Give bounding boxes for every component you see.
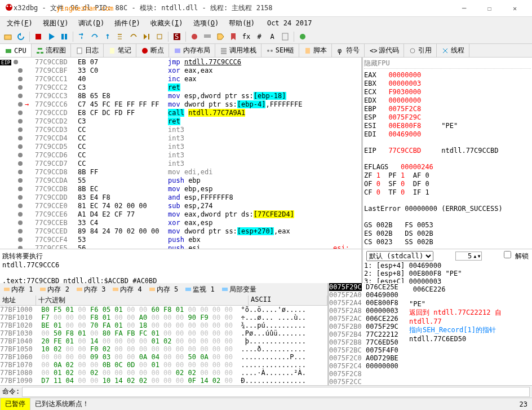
stack-panel[interactable]: 0075F29C D76CE25E0075F2A0 004690000075F2… [329,283,408,385]
dump-row[interactable]: 77BF1000 B0 F5 01 00 F6 05 01 00 00 60 F… [0,306,327,314]
stack-row[interactable]: 0075F2C8 [329,370,408,378]
tab-breakpoints[interactable]: 断点 [136,44,169,57]
disasm-row[interactable]: 77C9CCCDE8 CF DC FD FFcall ntdll.77C7A9A… [0,108,361,117]
dump-row[interactable]: 77BF1050 10 02 00 00 F0 02 00 00 00 00 0… [0,345,327,353]
fpu-toggle[interactable]: 隐藏FPU [364,59,531,69]
stack-row[interactable]: 0075F2CC [329,378,408,385]
stack-row[interactable]: 0075F2A0 00469000 [329,291,408,299]
menu-view[interactable]: 视图(V) [38,17,73,29]
disasm-row[interactable]: 77C9CCC140inc eax [0,74,361,83]
disasm-row[interactable]: 77C9CCC38B 65 E8mov esp,dword ptr ss:[eb… [0,91,361,100]
scylla-icon[interactable]: S [171,31,183,42]
callconv-select[interactable]: 默认 (stdcall) [366,251,433,261]
stack-row[interactable]: 0075F2B8 77C6ED50 [329,338,408,346]
dump-row[interactable]: 77BF1090 D7 11 04 00 00 10 14 02 02 00 0… [0,377,327,385]
trace-over-icon[interactable] [128,31,139,42]
disassembly-panel[interactable]: EIP77C9CCBDEB 07jmp ntdll.77C9CCC677C9CC… [0,58,363,249]
dump-row[interactable]: 77BF1030 00 50 F8 01 00 80 FA FB FC 01 0… [0,329,327,337]
dump-row[interactable]: 77BF1060 00 00 00 00 09 03 00 00 0A 04 0… [0,353,327,361]
comments-icon[interactable] [202,31,213,42]
tab-threads[interactable]: 线程 [437,44,469,57]
dump-hdr-hex[interactable]: 十六进制 [36,296,249,305]
dump-row[interactable]: 77BF1020 BE 01 00 00 70 FA 01 00 18 00 0… [0,321,327,329]
settings-icon[interactable] [297,31,308,42]
tab-graph[interactable]: 流程图 [32,44,71,57]
dump-hdr-addr[interactable]: 地址 [0,296,36,305]
calculator-icon[interactable] [280,31,291,42]
trace-into-icon[interactable] [115,31,126,42]
dump-tab[interactable]: 内存 3 [73,283,109,296]
unlock-checkbox[interactable]: 解锁 [504,251,529,261]
disasm-row[interactable]: 77C9CCD88B FFmov edi,edi [0,167,361,176]
tab-log[interactable]: 日志 [71,44,104,57]
stack-row[interactable]: 0075F2BC 0075F4F0 [329,346,408,354]
dump-tab[interactable]: 监视 1 [181,283,218,296]
tab-source[interactable]: <>源代码 [365,44,404,57]
stack-row[interactable]: 0075F2C4 00000000 [329,362,408,370]
strings-icon[interactable]: A [267,31,278,42]
tab-notes[interactable]: 笔记 [104,44,136,57]
command-input[interactable] [22,387,530,397]
menu-help[interactable]: 帮助(H) [224,17,259,29]
variables-icon[interactable]: # [254,31,265,42]
open-icon[interactable] [2,31,14,42]
dump-row[interactable]: 77BF1070 00 0A 02 00 00 0B 0C 0D 00 01 0… [0,361,327,369]
tab-script[interactable]: 脚本 [299,44,332,57]
disasm-row[interactable]: 77C9CCE6A1 D4 E2 CF 77mov eax,dword ptr … [0,210,361,218]
disasm-row[interactable]: 77C9CCD6CCint3 [0,151,361,159]
tab-cpu[interactable]: CPU [0,44,32,57]
run-to-icon[interactable] [141,31,152,42]
maximize-button[interactable]: ☐ [477,0,502,17]
tab-symbols[interactable]: φ符号 [332,44,365,57]
dump-tab[interactable]: 内存 1 [0,283,36,296]
tab-seh[interactable]: SEH链 [261,44,300,57]
run-icon[interactable] [46,31,57,42]
menu-plugins[interactable]: 插件(P) [110,17,145,29]
disasm-row[interactable]: 77C9CCBF33 C0xor eax,eax [0,66,361,74]
stop-icon[interactable] [33,31,44,42]
bookmarks-icon[interactable] [228,31,239,42]
disasm-row[interactable]: 77C9CCC2C3ret [0,83,361,91]
dump-row[interactable]: 77BF1080 00 01 02 00 02 00 00 00 00 00 0… [0,369,327,377]
dump-row[interactable]: 77BF1040 20 FE 01 00 14 00 00 00 00 01 0… [0,337,327,345]
functions-icon[interactable]: fx [241,31,252,42]
tab-callstack[interactable]: 调用堆栈 [215,44,261,57]
disasm-row[interactable]: →77C9CCC6C7 45 FC FE FF FF FFmov dword p… [0,100,361,108]
stack-row[interactable]: 0075F2B4 77C22212 [329,330,408,338]
labels-icon[interactable] [215,31,226,42]
disasm-row[interactable]: 77C9CCDB8B ECmov ebp,esp [0,184,361,193]
stack-row[interactable]: 0075F2B0 0075F29C [329,323,408,330]
stack-row[interactable]: 0075F2AC 006CE226 [329,315,408,323]
disasm-row[interactable]: 77C9CCF453push ebx [0,235,361,244]
disasm-row[interactable]: 77C9CCF556push esiesi: [0,244,361,249]
dump-tab[interactable]: 内存 5 [145,283,181,296]
stack-row[interactable]: 0075F2A4 00E800F8 [329,299,408,307]
dump-tab[interactable]: 内存 2 [36,283,72,296]
step-into-icon[interactable] [76,31,87,42]
disasm-row[interactable]: EIP77C9CCBDEB 07jmp ntdll.77C9CCC6 [0,58,361,66]
disasm-row[interactable]: 77C9CCE081 EC 74 02 00 00sub esp,274 [0,201,361,210]
arg-count-spinner[interactable]: ▴▾ [455,252,481,261]
pause-icon[interactable] [59,31,70,42]
stack-row[interactable]: 0075F29C D76CE25E [329,283,408,291]
dump-row[interactable]: 77BF1010 F7 00 00 00 F8 01 00 00 A0 00 0… [0,314,327,321]
tab-memory[interactable]: 内存布局 [169,44,215,57]
dump-tab[interactable]: 局部变量 [218,283,260,296]
patches-icon[interactable] [189,31,200,42]
disasm-row[interactable]: 77C9CCED89 84 24 70 02 00 00mov dword pt… [0,227,361,235]
minimize-button[interactable]: ─ [451,0,477,17]
disasm-row[interactable]: 77C9CCD4CCint3 [0,134,361,142]
disasm-row[interactable]: 77C9CCEB33 C4xor eax,esp [0,218,361,227]
disasm-row[interactable]: 77C9CCD3CCint3 [0,125,361,134]
step-over-icon[interactable] [89,31,100,42]
menu-debug[interactable]: 调试(D) [74,17,109,29]
stack-row[interactable]: 0075F2C0 A0D729BE [329,354,408,362]
close-button[interactable]: ✕ [502,0,527,17]
dump-hdr-ascii[interactable]: ASCII [249,296,327,305]
menu-options[interactable]: 选项(O) [189,17,224,29]
step-out-icon[interactable] [102,31,113,42]
disasm-row[interactable]: 77C9CCDD83 E4 F8and esp,FFFFFFF8 [0,193,361,201]
stack-row[interactable]: 0075F2A8 00000003 [329,307,408,315]
restart-icon[interactable] [15,31,26,42]
run-till-ret-icon[interactable] [154,31,165,42]
